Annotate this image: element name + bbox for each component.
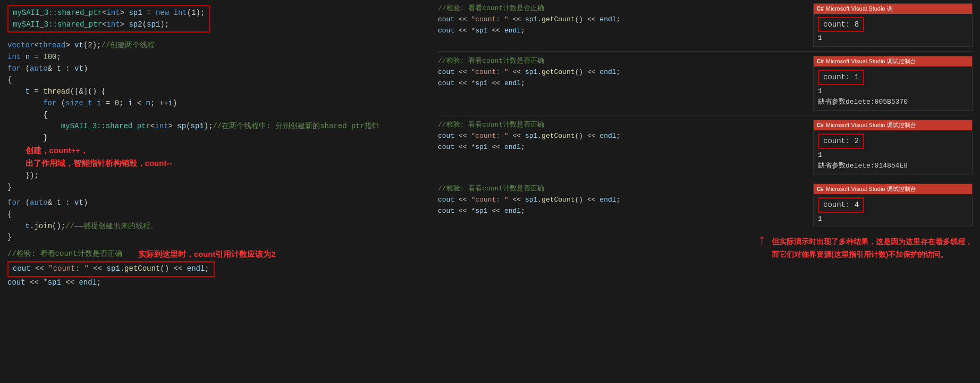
section-4: //检验: 看看count计数是否正确 cout << "count: " <<… (438, 184, 973, 227)
code-line-11: } (7, 132, 423, 144)
section-2: //检验: 看看count计数是否正确 cout << "count: " <<… (438, 56, 973, 111)
bottom-area: ↑ 但实际演示时出现了多种结果，这是因为这里存在着多线程， 而它们对临界资源(这… (438, 234, 973, 261)
code-line-19: cout << *sp1 << endl; (7, 277, 423, 289)
up-arrow: ↑ (757, 234, 766, 248)
vs-icon-4: C# (817, 186, 824, 192)
code-snippet-1: //检验: 看看count计数是否正确 cout << "count: " <<… (438, 3, 808, 36)
bottom-line1: 但实际演示时出现了多种结果，这是因为这里存在着多线程， (772, 236, 973, 248)
vs-icon-1: C# (817, 6, 824, 12)
code-line-10: mySAII_3::shared_ptr<int> sp(sp1);//在两个线… (7, 121, 423, 132)
s3-out2: 1 (818, 151, 822, 159)
code-line-3: vector<thread> vt(2);//创建两个线程 (7, 40, 423, 52)
code-line-15: { (7, 209, 423, 221)
top-code-box: mySAII_3::shared_ptr<int> sp1 = new int(… (7, 5, 210, 32)
s3-out3: 缺省参数delete:014854E8 (818, 162, 908, 170)
vs-title-2: C# Microsoft Visual Studio 调试控制台 (814, 56, 972, 66)
code-line-14: for (auto& t : vt) (7, 197, 423, 209)
vs-title-3: C# Microsoft Visual Studio 调试控制台 (814, 120, 972, 130)
vs-content-2: count: 1 1 缺省参数delete:005B5370 (814, 66, 972, 110)
code-line-2: mySAII_3::shared_ptr<int> sp2(sp1); (13, 19, 205, 31)
vs-title-4: C# Microsoft Visual Studio 调试控制台 (814, 184, 972, 194)
s1-line1: cout << "count: " << sp1.getCount() << e… (438, 14, 808, 26)
comment-check: //检验: 看看count计数是否正确 (7, 248, 122, 260)
code-line-6: { (7, 74, 423, 86)
code-line-17: } (7, 232, 423, 244)
vs-content-4: count: 4 1 (814, 194, 972, 227)
left-panel: mySAII_3::shared_ptr<int> sp1 = new int(… (0, 0, 430, 383)
code-snippet-3: //检验: 看看count计数是否正确 cout << "count: " <<… (438, 120, 808, 153)
right-panel: //检验: 看看count计数是否正确 cout << "count: " <<… (430, 0, 980, 383)
s4-line1: cout << "count: " << sp1.getCount() << e… (438, 195, 808, 206)
code-line-18: cout << "count: " << sp1.getCount() << e… (13, 263, 209, 275)
spacer3 (7, 244, 423, 248)
s1-line2: cout << *sp1 << endl; (438, 26, 808, 37)
s2-line2: cout << *sp1 << endl; (438, 78, 808, 89)
code-snippet-2: //检验: 看看count计数是否正确 cout << "count: " <<… (438, 56, 808, 89)
count-box-4: count: 4 (818, 197, 864, 212)
s1-out2: 1 (818, 34, 822, 42)
vs-title-text-2: Microsoft Visual Studio 调试控制台 (826, 57, 916, 65)
s2-comment: //检验: 看看count计数是否正确 (438, 56, 808, 67)
s2-out2: 1 (818, 87, 822, 95)
s4-comment: //检验: 看看count计数是否正确 (438, 184, 808, 195)
vs-content-1: count: 8 1 (814, 14, 972, 46)
code-line-12: }); (7, 170, 423, 182)
annotation-destroy: 出了作用域，智能指针析构销毁，count-- (7, 157, 423, 170)
s4-out2: 1 (818, 215, 822, 223)
s2-line1: cout << "count: " << sp1.getCount() << e… (438, 67, 808, 78)
spacer (7, 36, 423, 40)
red-inline-note: 实际到这里时，count引用计数应该为2 (138, 248, 276, 260)
count-box-3: count: 2 (818, 134, 864, 148)
divider-3 (438, 179, 973, 179)
code-snippet-4: //检验: 看看count计数是否正确 cout << "count: " <<… (438, 184, 808, 217)
s3-comment: //检验: 看看count计数是否正确 (438, 120, 808, 131)
vs-console-2: C# Microsoft Visual Studio 调试控制台 count: … (813, 56, 973, 111)
count-box-2: count: 1 (818, 70, 864, 85)
section-3: //检验: 看看count计数是否正确 cout << "count: " <<… (438, 120, 973, 174)
vs-console-4: C# Microsoft Visual Studio 调试控制台 count: … (813, 184, 973, 227)
s3-line1: cout << "count: " << sp1.getCount() << e… (438, 131, 808, 142)
vs-title-1: C# Microsoft Visual Studio 调 (814, 4, 972, 14)
vs-icon-3: C# (817, 122, 824, 128)
vs-title-text-4: Microsoft Visual Studio 调试控制台 (826, 185, 916, 193)
section-1: //检验: 看看count计数是否正确 cout << "count: " <<… (438, 3, 973, 47)
bottom-code-box: cout << "count: " << sp1.getCount() << e… (7, 261, 215, 277)
code-line-4: int n = 100; (7, 52, 423, 63)
code-line-16: t.join();//——捕捉创建出来的线程。 (7, 221, 423, 232)
arrow-section: ↑ (757, 234, 766, 248)
code-line-8: for (size_t i = 0; i < n; ++i) (7, 98, 423, 110)
code-line-13: } (7, 182, 423, 194)
divider-2 (438, 115, 973, 115)
s4-line2: cout << *sp1 << endl; (438, 206, 808, 217)
comment-row: //检验: 看看count计数是否正确 实际到这里时，count引用计数应该为2 (7, 248, 423, 260)
code-line-9: { (7, 110, 423, 121)
vs-console-1: C# Microsoft Visual Studio 调 count: 8 1 (813, 3, 973, 47)
section-4-row: //检验: 看看count计数是否正确 cout << "count: " <<… (438, 184, 973, 227)
code-line-7: t = thread([&]() { (7, 86, 423, 98)
annotation-create: 创建，count++， (7, 144, 423, 157)
vs-title-text-3: Microsoft Visual Studio 调试控制台 (826, 121, 916, 129)
bottom-line2: 而它们对临界资源(这里指引用计数)不加保护的访问。 (772, 248, 973, 261)
vs-content-3: count: 2 1 缺省参数delete:014854E8 (814, 130, 972, 174)
s2-out3: 缺省参数delete:005B5370 (818, 98, 908, 106)
bottom-annotation: 但实际演示时出现了多种结果，这是因为这里存在着多线程， 而它们对临界资源(这里指… (772, 236, 973, 261)
vs-console-3: C# Microsoft Visual Studio 调试控制台 count: … (813, 120, 973, 174)
count-box-1: count: 8 (818, 17, 864, 32)
spacer2 (7, 193, 423, 197)
code-line-5: for (auto& t : vt) (7, 63, 423, 75)
divider-1 (438, 51, 973, 52)
s3-line2: cout << *sp1 << endl; (438, 142, 808, 153)
s1-comment: //检验: 看看count计数是否正确 (438, 3, 808, 14)
vs-icon-2: C# (817, 59, 824, 64)
code-line-1: mySAII_3::shared_ptr<int> sp1 = new int(… (13, 7, 205, 19)
vs-title-text-1: Microsoft Visual Studio 调 (826, 5, 893, 13)
